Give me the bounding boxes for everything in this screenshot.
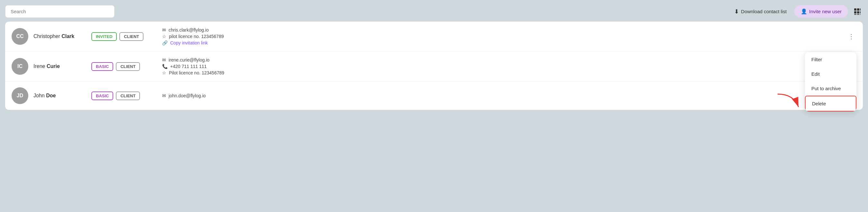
email-icon: ✉ bbox=[162, 57, 166, 62]
user-details: ✉ irene.curie@flylog.io 📞 +420 711 111 1… bbox=[162, 57, 857, 75]
phone-item: 📞 +420 711 111 111 bbox=[162, 64, 857, 69]
avatar-initials: JD bbox=[17, 93, 23, 99]
svg-rect-7 bbox=[857, 14, 859, 15]
download-label: Download contact list bbox=[741, 9, 786, 14]
table-row: IC Irene Curie BASIC CLIENT ✉ irene.curi… bbox=[5, 52, 863, 81]
download-icon: ⬇ bbox=[734, 8, 739, 15]
users-list: CC Christopher Clark INVITED CLIENT ✉ ch… bbox=[5, 22, 863, 110]
client-badge: CLIENT bbox=[116, 91, 140, 100]
licence-item: ☆ pilot licence no. 123456789 bbox=[162, 34, 857, 39]
arrow-indicator bbox=[774, 91, 803, 113]
svg-rect-5 bbox=[860, 11, 861, 14]
user-name: John Doe bbox=[33, 93, 91, 99]
svg-rect-4 bbox=[857, 11, 859, 14]
basic-badge: BASIC bbox=[91, 62, 113, 71]
svg-rect-3 bbox=[854, 11, 857, 14]
user-details: ✉ chris.clark@flylog.io ☆ pilot licence … bbox=[162, 27, 857, 46]
user-name: Irene Curie bbox=[33, 63, 91, 69]
invite-label: Invite new user bbox=[809, 9, 842, 14]
user-name: Christopher Clark bbox=[33, 33, 91, 39]
user-details: ✉ john.doe@flylog.io bbox=[162, 93, 857, 98]
invite-button[interactable]: 👤 Invite new user bbox=[794, 5, 848, 18]
top-bar: ⬇ Download contact list 👤 Invite new use… bbox=[5, 5, 863, 18]
user-badges: BASIC CLIENT bbox=[91, 91, 149, 100]
invite-icon: 👤 bbox=[801, 8, 807, 15]
grid-view-button[interactable] bbox=[852, 6, 863, 17]
svg-rect-0 bbox=[854, 8, 857, 10]
email-item: ✉ john.doe@flylog.io bbox=[162, 93, 857, 98]
email-icon: ✉ bbox=[162, 27, 166, 32]
email-value: chris.clark@flylog.io bbox=[168, 27, 209, 32]
svg-rect-8 bbox=[860, 14, 861, 15]
context-menu-filter[interactable]: Filter bbox=[805, 52, 857, 67]
context-menu: Filter Edit Put to archive Delete bbox=[805, 52, 857, 111]
avatar: CC bbox=[11, 28, 28, 45]
download-button[interactable]: ⬇ Download contact list bbox=[730, 5, 790, 18]
client-badge: CLIENT bbox=[116, 62, 140, 71]
table-row: CC Christopher Clark INVITED CLIENT ✉ ch… bbox=[5, 22, 863, 52]
search-input[interactable] bbox=[5, 5, 115, 18]
star-icon: ☆ bbox=[162, 34, 166, 39]
licence-value: Pilot licence no. 123456789 bbox=[169, 70, 224, 75]
email-item: ✉ chris.clark@flylog.io bbox=[162, 27, 857, 32]
invited-badge: INVITED bbox=[91, 32, 117, 41]
email-icon: ✉ bbox=[162, 93, 166, 98]
context-menu-archive[interactable]: Put to archive bbox=[805, 81, 857, 96]
phone-value: +420 711 111 111 bbox=[170, 64, 207, 69]
avatar: JD bbox=[11, 87, 28, 104]
email-value: irene.curie@flylog.io bbox=[168, 57, 210, 62]
link-icon: 🔗 bbox=[162, 40, 167, 46]
client-badge: CLIENT bbox=[119, 32, 144, 41]
star-icon: ☆ bbox=[162, 70, 166, 75]
avatar: IC bbox=[11, 58, 28, 75]
avatar-initials: CC bbox=[16, 33, 24, 39]
email-value: john.doe@flylog.io bbox=[168, 93, 206, 98]
email-item: ✉ irene.curie@flylog.io bbox=[162, 57, 857, 62]
user-badges: BASIC CLIENT bbox=[91, 62, 149, 71]
svg-rect-1 bbox=[857, 8, 859, 10]
table-row: JD John Doe BASIC CLIENT ✉ john.doe@flyl… bbox=[5, 81, 863, 110]
context-menu-delete[interactable]: Delete bbox=[805, 96, 857, 111]
svg-rect-2 bbox=[860, 8, 861, 10]
licence-value: pilot licence no. 123456789 bbox=[169, 34, 224, 39]
phone-icon: 📞 bbox=[162, 64, 167, 69]
copy-link-label: Copy invitation link bbox=[170, 40, 208, 46]
user-badges: INVITED CLIENT bbox=[91, 32, 149, 41]
basic-badge: BASIC bbox=[91, 91, 113, 100]
avatar-initials: IC bbox=[18, 63, 23, 69]
licence-item: ☆ Pilot licence no. 123456789 bbox=[162, 70, 857, 75]
users-container: CC Christopher Clark INVITED CLIENT ✉ ch… bbox=[5, 22, 863, 110]
top-actions: ⬇ Download contact list 👤 Invite new use… bbox=[730, 5, 863, 18]
dots-icon: ⋮ bbox=[848, 32, 855, 40]
copy-invitation-link[interactable]: 🔗 Copy invitation link bbox=[162, 40, 857, 46]
grid-icon bbox=[854, 8, 861, 15]
row-menu-button-1[interactable]: ⋮ bbox=[846, 31, 857, 42]
svg-rect-6 bbox=[854, 14, 857, 15]
context-menu-edit[interactable]: Edit bbox=[805, 67, 857, 81]
